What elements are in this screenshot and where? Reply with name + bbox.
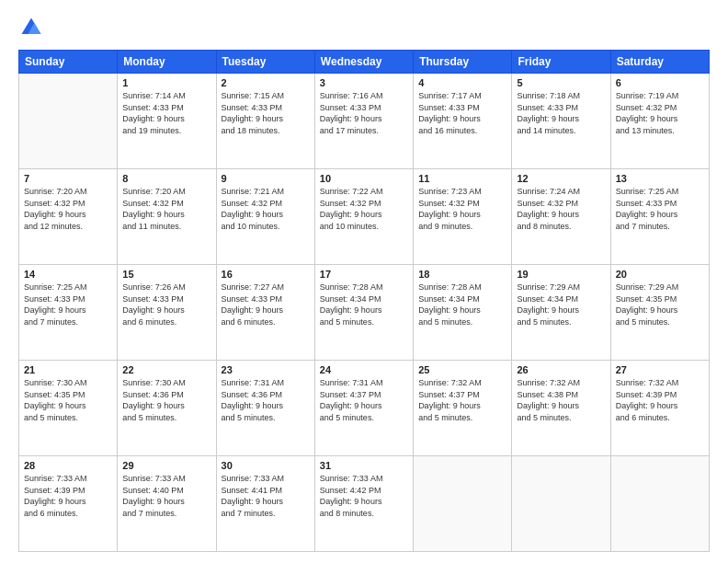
day-number: 10 [320, 173, 408, 184]
week-row-2: 7Sunrise: 7:20 AM Sunset: 4:32 PM Daylig… [19, 169, 710, 265]
calendar-cell: 4Sunrise: 7:17 AM Sunset: 4:33 PM Daylig… [414, 74, 512, 169]
day-info: Sunrise: 7:33 AM Sunset: 4:42 PM Dayligh… [320, 473, 408, 519]
day-info: Sunrise: 7:31 AM Sunset: 4:37 PM Dayligh… [320, 377, 408, 423]
calendar-cell: 27Sunrise: 7:32 AM Sunset: 4:39 PM Dayli… [610, 361, 709, 456]
day-number: 19 [517, 269, 605, 280]
weekday-header-monday: Monday [118, 51, 216, 74]
day-info: Sunrise: 7:32 AM Sunset: 4:38 PM Dayligh… [517, 377, 605, 423]
calendar-cell: 21Sunrise: 7:30 AM Sunset: 4:35 PM Dayli… [19, 361, 118, 456]
calendar-cell: 31Sunrise: 7:33 AM Sunset: 4:42 PM Dayli… [314, 456, 413, 552]
day-info: Sunrise: 7:25 AM Sunset: 4:33 PM Dayligh… [24, 282, 112, 327]
calendar-cell: 5Sunrise: 7:18 AM Sunset: 4:33 PM Daylig… [512, 74, 610, 169]
day-number: 4 [418, 77, 506, 88]
day-number: 25 [418, 364, 506, 375]
calendar-cell: 29Sunrise: 7:33 AM Sunset: 4:40 PM Dayli… [118, 456, 216, 552]
day-number: 2 [222, 77, 310, 88]
week-row-4: 21Sunrise: 7:30 AM Sunset: 4:35 PM Dayli… [19, 361, 710, 456]
calendar-cell: 25Sunrise: 7:32 AM Sunset: 4:37 PM Dayli… [414, 361, 512, 456]
day-info: Sunrise: 7:30 AM Sunset: 4:35 PM Dayligh… [24, 377, 112, 423]
day-info: Sunrise: 7:29 AM Sunset: 4:34 PM Dayligh… [517, 282, 605, 327]
weekday-header-saturday: Saturday [610, 51, 709, 74]
day-info: Sunrise: 7:33 AM Sunset: 4:41 PM Dayligh… [222, 473, 310, 519]
calendar-cell: 28Sunrise: 7:33 AM Sunset: 4:39 PM Dayli… [19, 456, 118, 552]
weekday-header-sunday: Sunday [19, 51, 118, 74]
day-number: 3 [320, 77, 408, 88]
day-info: Sunrise: 7:23 AM Sunset: 4:32 PM Dayligh… [418, 186, 506, 232]
day-number: 7 [24, 173, 112, 184]
day-info: Sunrise: 7:25 AM Sunset: 4:33 PM Dayligh… [616, 186, 704, 232]
day-number: 15 [122, 269, 210, 280]
day-number: 1 [122, 77, 210, 88]
day-number: 26 [517, 364, 605, 375]
day-number: 29 [122, 460, 210, 471]
day-number: 24 [320, 364, 408, 375]
calendar-cell: 10Sunrise: 7:22 AM Sunset: 4:32 PM Dayli… [314, 169, 413, 265]
page: SundayMondayTuesdayWednesdayThursdayFrid… [0, 0, 728, 563]
day-info: Sunrise: 7:19 AM Sunset: 4:32 PM Dayligh… [616, 90, 704, 136]
day-info: Sunrise: 7:17 AM Sunset: 4:33 PM Dayligh… [418, 90, 506, 136]
day-number: 22 [122, 364, 210, 375]
weekday-header-row: SundayMondayTuesdayWednesdayThursdayFrid… [19, 51, 710, 74]
calendar-cell: 12Sunrise: 7:24 AM Sunset: 4:32 PM Dayli… [512, 169, 610, 265]
day-number: 17 [320, 269, 408, 280]
day-info: Sunrise: 7:22 AM Sunset: 4:32 PM Dayligh… [320, 186, 408, 232]
calendar-cell: 15Sunrise: 7:26 AM Sunset: 4:33 PM Dayli… [118, 265, 216, 361]
calendar-cell: 2Sunrise: 7:15 AM Sunset: 4:33 PM Daylig… [216, 74, 314, 169]
day-info: Sunrise: 7:16 AM Sunset: 4:33 PM Dayligh… [320, 90, 408, 136]
day-number: 6 [616, 77, 704, 88]
day-number: 13 [616, 173, 704, 184]
calendar-cell: 19Sunrise: 7:29 AM Sunset: 4:34 PM Dayli… [512, 265, 610, 361]
day-info: Sunrise: 7:27 AM Sunset: 4:33 PM Dayligh… [222, 282, 310, 327]
logo-icon [18, 15, 44, 40]
day-number: 12 [517, 173, 605, 184]
calendar-table: SundayMondayTuesdayWednesdayThursdayFrid… [18, 50, 710, 552]
day-number: 11 [418, 173, 506, 184]
day-info: Sunrise: 7:33 AM Sunset: 4:40 PM Dayligh… [122, 473, 210, 519]
weekday-header-thursday: Thursday [414, 51, 512, 74]
day-number: 14 [24, 269, 112, 280]
day-info: Sunrise: 7:24 AM Sunset: 4:32 PM Dayligh… [517, 186, 605, 232]
header [18, 15, 710, 40]
calendar-cell: 3Sunrise: 7:16 AM Sunset: 4:33 PM Daylig… [314, 74, 413, 169]
day-number: 27 [616, 364, 704, 375]
calendar-cell: 23Sunrise: 7:31 AM Sunset: 4:36 PM Dayli… [216, 361, 314, 456]
weekday-header-friday: Friday [512, 51, 610, 74]
calendar-cell: 8Sunrise: 7:20 AM Sunset: 4:32 PM Daylig… [118, 169, 216, 265]
day-number: 16 [222, 269, 310, 280]
day-info: Sunrise: 7:28 AM Sunset: 4:34 PM Dayligh… [418, 282, 506, 327]
calendar-cell: 9Sunrise: 7:21 AM Sunset: 4:32 PM Daylig… [216, 169, 314, 265]
week-row-1: 1Sunrise: 7:14 AM Sunset: 4:33 PM Daylig… [19, 74, 710, 169]
calendar-cell: 14Sunrise: 7:25 AM Sunset: 4:33 PM Dayli… [19, 265, 118, 361]
day-number: 21 [24, 364, 112, 375]
day-number: 9 [222, 173, 310, 184]
day-number: 18 [418, 269, 506, 280]
calendar-cell: 18Sunrise: 7:28 AM Sunset: 4:34 PM Dayli… [414, 265, 512, 361]
calendar-cell [19, 74, 118, 169]
day-info: Sunrise: 7:32 AM Sunset: 4:39 PM Dayligh… [616, 377, 704, 423]
day-info: Sunrise: 7:14 AM Sunset: 4:33 PM Dayligh… [122, 90, 210, 136]
calendar-cell [512, 456, 610, 552]
day-info: Sunrise: 7:32 AM Sunset: 4:37 PM Dayligh… [418, 377, 506, 423]
day-info: Sunrise: 7:28 AM Sunset: 4:34 PM Dayligh… [320, 282, 408, 327]
calendar-cell: 24Sunrise: 7:31 AM Sunset: 4:37 PM Dayli… [314, 361, 413, 456]
calendar-cell: 20Sunrise: 7:29 AM Sunset: 4:35 PM Dayli… [610, 265, 709, 361]
day-info: Sunrise: 7:33 AM Sunset: 4:39 PM Dayligh… [24, 473, 112, 519]
calendar-cell: 26Sunrise: 7:32 AM Sunset: 4:38 PM Dayli… [512, 361, 610, 456]
calendar-cell [414, 456, 512, 552]
day-info: Sunrise: 7:30 AM Sunset: 4:36 PM Dayligh… [122, 377, 210, 423]
day-info: Sunrise: 7:21 AM Sunset: 4:32 PM Dayligh… [222, 186, 310, 232]
calendar-cell: 17Sunrise: 7:28 AM Sunset: 4:34 PM Dayli… [314, 265, 413, 361]
weekday-header-wednesday: Wednesday [314, 51, 413, 74]
calendar-cell: 30Sunrise: 7:33 AM Sunset: 4:41 PM Dayli… [216, 456, 314, 552]
day-number: 20 [616, 269, 704, 280]
day-info: Sunrise: 7:18 AM Sunset: 4:33 PM Dayligh… [517, 90, 605, 136]
week-row-3: 14Sunrise: 7:25 AM Sunset: 4:33 PM Dayli… [19, 265, 710, 361]
day-info: Sunrise: 7:15 AM Sunset: 4:33 PM Dayligh… [222, 90, 310, 136]
day-number: 5 [517, 77, 605, 88]
week-row-5: 28Sunrise: 7:33 AM Sunset: 4:39 PM Dayli… [19, 456, 710, 552]
calendar-cell: 13Sunrise: 7:25 AM Sunset: 4:33 PM Dayli… [610, 169, 709, 265]
day-number: 28 [24, 460, 112, 471]
calendar-cell: 22Sunrise: 7:30 AM Sunset: 4:36 PM Dayli… [118, 361, 216, 456]
calendar-cell: 1Sunrise: 7:14 AM Sunset: 4:33 PM Daylig… [118, 74, 216, 169]
calendar-cell: 11Sunrise: 7:23 AM Sunset: 4:32 PM Dayli… [414, 169, 512, 265]
